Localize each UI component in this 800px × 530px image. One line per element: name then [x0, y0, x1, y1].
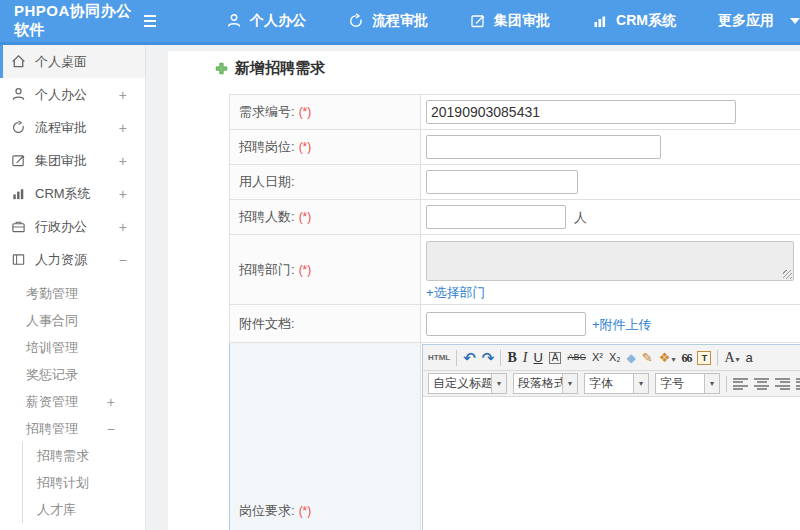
font-color-button[interactable]: A▾ — [724, 351, 739, 365]
department-textarea[interactable] — [426, 241, 794, 281]
table-row: 招聘岗位:(*) — [230, 130, 800, 165]
bold-button[interactable]: B — [507, 351, 516, 365]
undo-icon[interactable]: ↶ — [463, 350, 476, 365]
paste-icon[interactable]: T — [697, 351, 711, 365]
attachment-input[interactable] — [426, 312, 586, 336]
caret-down-icon[interactable] — [790, 18, 800, 24]
bar-chart-icon — [592, 13, 608, 29]
nav-more-apps[interactable]: 更多应用 — [718, 12, 774, 30]
bg-color-button[interactable]: a — [746, 351, 753, 364]
sidebar-item-label: 行政办公 — [35, 218, 87, 236]
required-mark: (*) — [299, 140, 312, 154]
required-mark: (*) — [299, 105, 312, 119]
subscript-button[interactable]: X₂ — [609, 352, 621, 363]
top-nav: 个人办公 流程审批 集团审批 CRM系统 更多应用 — [192, 12, 800, 30]
underline-button[interactable]: U — [533, 351, 542, 364]
briefcase-icon — [11, 219, 26, 234]
sidebar-item-personal-desktop[interactable]: 个人桌面 — [0, 45, 145, 78]
sidebar-item-admin-office[interactable]: 行政办公 + — [0, 210, 145, 243]
caret-down-icon: ▾ — [633, 374, 648, 393]
recruit-count-input[interactable] — [426, 205, 566, 229]
palette-icon[interactable]: ❖▾ — [659, 351, 676, 364]
main-area: 新增招聘需求 需求编号:(*) 招聘岗位:(*) 用人日期: 招聘人数:(*) … — [147, 45, 800, 530]
html-source-button[interactable]: HTML — [428, 354, 450, 362]
blockquote-button[interactable]: 66 — [681, 352, 691, 364]
recruit-position-input[interactable] — [426, 135, 661, 159]
nav-crm-system[interactable]: CRM系统 — [592, 12, 676, 30]
resize-grip-icon[interactable] — [783, 270, 792, 279]
nav-label: 流程审批 — [372, 12, 428, 30]
sidebar-item-personnel-contract[interactable]: 人事合同 — [0, 307, 145, 334]
nav-workflow-approval[interactable]: 流程审批 — [348, 12, 428, 30]
select-department-link[interactable]: +选择部门 — [426, 284, 486, 302]
font-style-button[interactable]: A — [549, 352, 562, 364]
nav-personal-office[interactable]: 个人办公 — [226, 12, 306, 30]
collapse-minus-icon[interactable]: − — [107, 421, 115, 437]
sidebar-item-training-mgmt[interactable]: 培训管理 — [0, 334, 145, 361]
sidebar-item-human-resources[interactable]: 人力资源 − — [0, 243, 145, 276]
sidebar-item-label: 个人办公 — [35, 86, 87, 104]
redo-icon[interactable]: ↷ — [482, 350, 495, 365]
page-title-text: 新增招聘需求 — [235, 59, 325, 78]
align-center-icon[interactable] — [754, 378, 769, 390]
sidebar-item-label: 人事合同 — [26, 312, 78, 330]
expand-plus-icon[interactable]: + — [119, 120, 127, 136]
font-size-select[interactable]: 字号▾ — [655, 373, 720, 394]
custom-heading-select[interactable]: 自定义标题▾ — [428, 373, 507, 394]
align-left-icon[interactable] — [733, 378, 748, 390]
field-label: 岗位要求: — [239, 503, 295, 518]
caret-down-icon: ▾ — [491, 374, 506, 393]
nav-group-approval[interactable]: 集团审批 — [470, 12, 550, 30]
sidebar-item-reward-punishment[interactable]: 奖惩记录 — [0, 361, 145, 388]
superscript-button[interactable]: X² — [592, 352, 603, 363]
field-label: 附件文档: — [239, 316, 295, 331]
sidebar-item-talent-pool[interactable]: 人才库 — [23, 496, 145, 523]
sidebar-item-group-approval[interactable]: 集团审批 + — [0, 144, 145, 177]
sidebar-item-recruit-demand[interactable]: 招聘需求 — [23, 442, 145, 469]
home-icon — [11, 54, 26, 69]
demand-number-input[interactable] — [426, 100, 736, 124]
employ-date-input[interactable] — [426, 170, 578, 194]
caret-down-icon: ▾ — [704, 374, 719, 393]
font-family-select[interactable]: 字体▾ — [584, 373, 649, 394]
editor-content-area[interactable] — [423, 397, 800, 530]
format-brush-icon[interactable]: ✎ — [642, 351, 653, 364]
sidebar-item-label: 招聘需求 — [37, 447, 89, 465]
strikethrough-button[interactable]: ABC — [567, 353, 586, 362]
table-row: 需求编号:(*) — [230, 95, 800, 130]
paragraph-format-select[interactable]: 段落格式▾ — [513, 373, 578, 394]
table-row: 招聘人数:(*) 人 — [230, 200, 800, 235]
sidebar-item-label: 个人桌面 — [35, 53, 87, 71]
caret-down-icon: ▾ — [736, 355, 740, 364]
sidebar-item-recruit-mgmt[interactable]: 招聘管理− — [0, 415, 145, 442]
align-right-icon[interactable] — [775, 378, 790, 390]
rich-text-editor: HTML ↶ ↷ B I U A ABC X² X₂ ◆ — [422, 344, 800, 530]
nav-label: 集团审批 — [494, 12, 550, 30]
sidebar-item-salary-mgmt[interactable]: 薪资管理+ — [0, 388, 145, 415]
hamburger-menu-icon[interactable] — [144, 15, 156, 27]
italic-button[interactable]: I — [523, 351, 528, 365]
collapse-minus-icon[interactable]: − — [119, 252, 127, 268]
expand-plus-icon[interactable]: + — [119, 153, 127, 169]
expand-plus-icon[interactable]: + — [119, 219, 127, 235]
table-row: 招聘部门:(*) +选择部门 — [230, 235, 800, 305]
sidebar-item-crm-system[interactable]: CRM系统 + — [0, 177, 145, 210]
sidebar-item-label: 人才库 — [37, 501, 76, 519]
attachment-upload-link[interactable]: +附件上传 — [592, 317, 652, 332]
book-icon — [11, 252, 26, 267]
content-card: 新增招聘需求 需求编号:(*) 招聘岗位:(*) 用人日期: 招聘人数:(*) … — [168, 51, 800, 530]
font-color-glyph: A — [724, 350, 734, 365]
eraser-icon[interactable]: ◆ — [627, 352, 636, 364]
align-justify-icon[interactable] — [796, 378, 800, 390]
expand-plus-icon[interactable]: + — [119, 186, 127, 202]
expand-plus-icon[interactable]: + — [119, 87, 127, 103]
sidebar-item-personal-office[interactable]: 个人办公 + — [0, 78, 145, 111]
sidebar-item-attendance-mgmt[interactable]: 考勤管理 — [0, 280, 145, 307]
expand-plus-icon[interactable]: + — [107, 394, 115, 410]
table-row: 岗位要求:(*) HTML ↶ ↷ B I U A — [230, 343, 800, 530]
bar-chart-icon — [11, 186, 26, 201]
sidebar-item-recruit-plan[interactable]: 招聘计划 — [23, 469, 145, 496]
sidebar-item-workflow-approval[interactable]: 流程审批 + — [0, 111, 145, 144]
palette-glyph: ❖ — [659, 350, 671, 365]
required-mark: (*) — [299, 504, 312, 518]
